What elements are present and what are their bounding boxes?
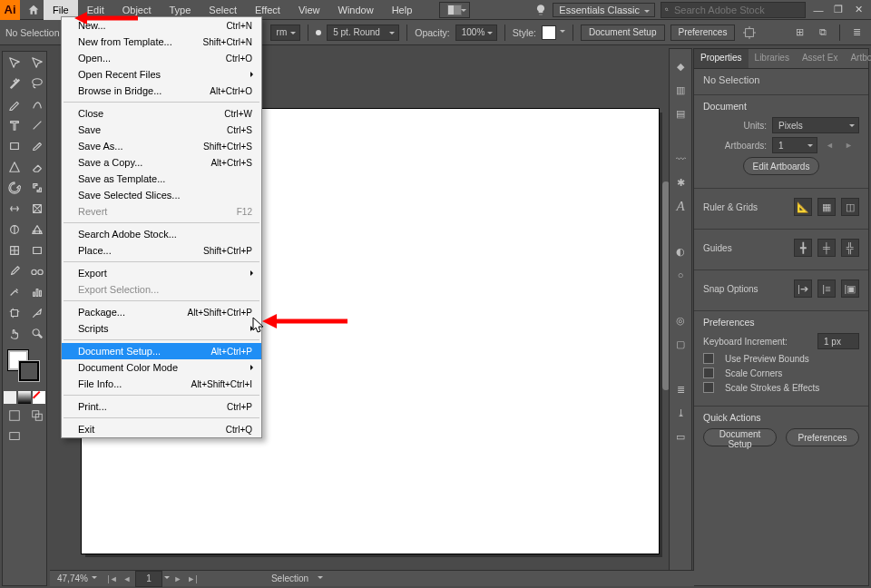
- first-artboard[interactable]: |◄: [106, 573, 119, 585]
- selection-tool[interactable]: [4, 53, 25, 73]
- symbol-sprayer-tool[interactable]: [4, 282, 25, 302]
- swatches-icon[interactable]: ▤: [672, 105, 689, 122]
- menu-item-exit[interactable]: ExitCtrl+Q: [62, 421, 261, 437]
- mesh-tool[interactable]: [4, 240, 25, 260]
- menu-item-new[interactable]: New...Ctrl+N: [62, 17, 261, 34]
- menu-item-open-recent-files[interactable]: Open Recent Files: [62, 66, 261, 83]
- magic-wand-tool[interactable]: [4, 74, 25, 93]
- snap-pixel[interactable]: |▣: [841, 279, 859, 298]
- menu-item-scripts[interactable]: Scripts: [62, 320, 261, 337]
- brushes-icon[interactable]: 〰: [672, 151, 689, 167]
- menu-item-browse-in-bridge[interactable]: Browse in Bridge...Alt+Ctrl+O: [62, 83, 261, 99]
- draw-behind[interactable]: [26, 406, 48, 426]
- snap-point[interactable]: |➔: [794, 279, 812, 298]
- artboard-tool[interactable]: [4, 303, 25, 323]
- eyedropper-tool[interactable]: [4, 261, 25, 281]
- tab-asset-export[interactable]: Asset Ex: [796, 49, 844, 68]
- units-field[interactable]: Pixels: [772, 117, 859, 133]
- opacity-field[interactable]: 100%: [455, 24, 497, 41]
- hand-tool[interactable]: [4, 324, 25, 344]
- snap-grid[interactable]: |≡: [817, 279, 836, 298]
- artboard-index-field[interactable]: 1: [772, 137, 817, 153]
- transparency-icon[interactable]: ○: [672, 267, 689, 283]
- slice-tool[interactable]: [26, 303, 48, 323]
- menu-item-close[interactable]: CloseCtrl+W: [62, 105, 261, 122]
- window-minimize[interactable]: —: [811, 3, 826, 17]
- menu-view[interactable]: View: [289, 0, 329, 20]
- tab-properties[interactable]: Properties: [694, 49, 749, 68]
- stroke-unit-combo[interactable]: rm: [270, 24, 301, 41]
- panel-menu-icon[interactable]: ≣: [847, 24, 866, 42]
- menu-item-save[interactable]: SaveCtrl+S: [62, 122, 261, 138]
- shape-builder-tool[interactable]: [4, 220, 25, 240]
- free-transform-tool[interactable]: [26, 199, 48, 219]
- layout-picker[interactable]: [439, 2, 470, 18]
- menu-item-package[interactable]: Package...Alt+Shift+Ctrl+P: [62, 304, 261, 320]
- fill-stroke-control[interactable]: [3, 348, 46, 390]
- menu-item-new-from-template[interactable]: New from Template...Shift+Ctrl+N: [62, 34, 261, 50]
- menu-item-document-color-mode[interactable]: Document Color Mode: [62, 359, 261, 376]
- layers-icon[interactable]: ≣: [672, 381, 689, 397]
- asset-export-icon[interactable]: ⤓: [672, 405, 689, 421]
- home-icon[interactable]: [24, 0, 44, 20]
- qa-preferences[interactable]: Preferences: [786, 428, 859, 446]
- preferences-button[interactable]: Preferences: [670, 24, 736, 41]
- stroke-profile-combo[interactable]: 5 pt. Round: [327, 24, 399, 41]
- symbols-icon[interactable]: ✱: [672, 174, 689, 191]
- color-guide-icon[interactable]: ▥: [672, 82, 689, 98]
- gradient-icon[interactable]: ◐: [672, 243, 689, 260]
- last-artboard[interactable]: ►|: [186, 573, 199, 585]
- blend-tool[interactable]: [26, 261, 48, 281]
- adobe-stock-input[interactable]: [672, 4, 801, 16]
- show-guides[interactable]: ╋: [794, 239, 812, 257]
- menu-item-document-setup[interactable]: Document Setup...Alt+Ctrl+P: [62, 343, 261, 359]
- prev-artboard[interactable]: ◄: [823, 141, 837, 150]
- pen-tool[interactable]: [4, 94, 25, 114]
- tab-artboards[interactable]: Artboard: [844, 49, 871, 68]
- prev-artboard-nav[interactable]: ◄: [121, 573, 133, 585]
- menu-item-save-a-copy[interactable]: Save a Copy...Alt+Ctrl+S: [62, 154, 261, 171]
- shaper-tool[interactable]: [4, 157, 25, 177]
- screen-mode[interactable]: [4, 426, 25, 446]
- menu-item-search-adobe-stock[interactable]: Search Adobe Stock...: [62, 226, 261, 242]
- direct-selection-tool[interactable]: [26, 53, 48, 73]
- use-preview-bounds-checkbox[interactable]: [703, 353, 714, 364]
- width-tool[interactable]: [4, 199, 25, 219]
- line-segment-tool[interactable]: [26, 115, 48, 135]
- transform-icon[interactable]: [740, 24, 758, 42]
- menu-item-export[interactable]: Export: [62, 265, 261, 281]
- artboard-number[interactable]: 1: [135, 571, 162, 587]
- next-artboard-nav[interactable]: ►: [171, 573, 184, 585]
- lasso-tool[interactable]: [26, 74, 48, 93]
- scale-strokes-checkbox[interactable]: [703, 382, 714, 393]
- zoom-tool[interactable]: [26, 324, 48, 344]
- artboards-icon[interactable]: ▭: [672, 428, 689, 445]
- perspective-grid-tool[interactable]: [26, 220, 48, 240]
- menu-item-save-selected-slices[interactable]: Save Selected Slices...: [62, 187, 261, 203]
- menu-item-save-as-template[interactable]: Save as Template...: [62, 171, 261, 187]
- document-setup-button[interactable]: Document Setup: [581, 24, 665, 41]
- ruler-toggle[interactable]: 📐: [794, 198, 812, 216]
- menu-item-save-as[interactable]: Save As...Shift+Ctrl+S: [62, 138, 261, 154]
- menu-item-place[interactable]: Place...Shift+Ctrl+P: [62, 242, 261, 259]
- type-tool[interactable]: [4, 115, 25, 135]
- grid-toggle[interactable]: ▦: [817, 198, 836, 216]
- stroke-icon[interactable]: A: [672, 198, 689, 214]
- rotate-tool[interactable]: [4, 178, 25, 198]
- qa-document-setup[interactable]: Document Setup: [703, 428, 777, 446]
- transparency-grid-toggle[interactable]: ◫: [841, 198, 859, 216]
- menu-item-file-info[interactable]: File Info...Alt+Shift+Ctrl+I: [62, 376, 261, 392]
- menu-item-open[interactable]: Open...Ctrl+O: [62, 50, 261, 66]
- smart-guides[interactable]: ╬: [841, 239, 859, 257]
- appearance-icon[interactable]: ◎: [672, 312, 689, 328]
- graphic-style-swatch[interactable]: [542, 25, 556, 40]
- menu-window[interactable]: Window: [329, 0, 383, 20]
- align-panel-icon[interactable]: ⊞: [790, 24, 808, 42]
- stroke-swatch[interactable]: [19, 361, 39, 381]
- window-close[interactable]: ✕: [851, 3, 866, 17]
- zoom-level[interactable]: 47,74%: [57, 573, 88, 583]
- edit-artboards-button[interactable]: Edit Artboards: [743, 157, 820, 175]
- graphic-styles-icon[interactable]: ▢: [672, 336, 689, 352]
- draw-normal[interactable]: [4, 406, 25, 426]
- lock-guides[interactable]: ╪: [817, 239, 836, 257]
